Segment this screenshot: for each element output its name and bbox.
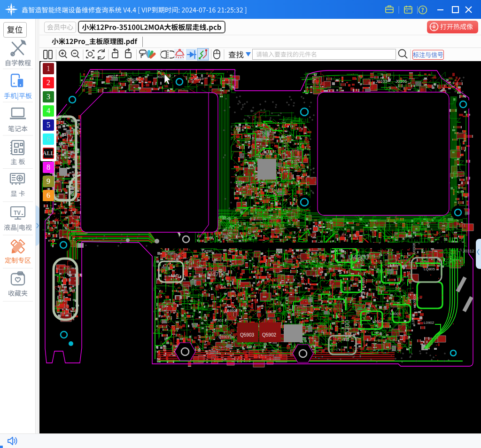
svg-text:LQ805: LQ805 (424, 267, 435, 271)
svg-text:D6600: D6600 (58, 290, 68, 293)
svg-text:Q5903: Q5903 (240, 332, 254, 338)
svg-text:L5400: L5400 (225, 308, 236, 313)
svg-text:J0219: J0219 (194, 77, 204, 81)
svg-text:L5401: L5401 (367, 303, 371, 314)
svg-text:J0312: J0312 (463, 249, 474, 253)
svg-text:R7302: R7302 (212, 318, 224, 322)
svg-text:L0901: L0901 (411, 314, 415, 324)
svg-text:J0105: J0105 (396, 79, 407, 84)
svg-text:L0903: L0903 (412, 295, 417, 306)
svg-text:U2560: U2560 (260, 151, 272, 156)
svg-text:L0902: L0902 (424, 321, 434, 325)
svg-text:U4700: U4700 (208, 271, 225, 278)
svg-text:L6010: L6010 (272, 188, 282, 192)
svg-text:J0103: J0103 (376, 79, 388, 84)
svg-text:J0201: J0201 (107, 74, 117, 79)
svg-text:L2202: L2202 (284, 141, 288, 151)
svg-text:U4200: U4200 (348, 253, 369, 261)
svg-text:L6043: L6043 (169, 274, 179, 278)
svg-text:Q5902: Q5902 (262, 332, 276, 338)
svg-text:Q5901: Q5901 (218, 335, 230, 339)
svg-text:CS6200: CS6200 (127, 78, 140, 82)
svg-text:L6007: L6007 (390, 312, 401, 316)
svg-text:L4400: L4400 (361, 277, 365, 288)
svg-text:U5300: U5300 (343, 320, 351, 339)
svg-text:L6004: L6004 (372, 319, 383, 323)
svg-text:U0906: U0906 (412, 243, 416, 254)
svg-text:L4290: L4290 (202, 249, 213, 253)
svg-text:L6003: L6003 (388, 264, 398, 268)
